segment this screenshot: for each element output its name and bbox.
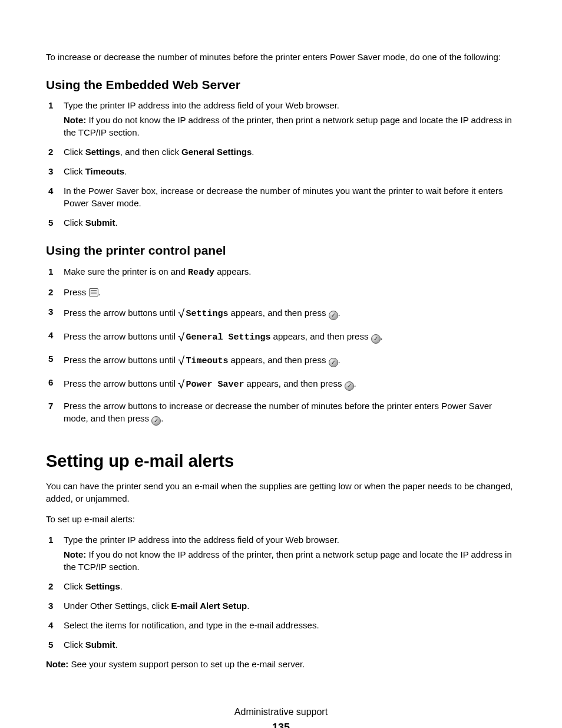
radical-icon: √	[178, 376, 184, 393]
note: Note: If you do not know the IP address …	[64, 114, 516, 139]
list-item: 4 In the Power Saver box, increase or de…	[48, 185, 516, 209]
step-number: 4	[48, 329, 53, 341]
list-item: 6 Press the arrow buttons until √ Power …	[48, 376, 516, 393]
bold-text: Settings	[85, 581, 120, 591]
note-text: See your system support person to set up…	[68, 659, 305, 669]
mono-text: General Settings	[186, 332, 270, 342]
menu-icon	[89, 288, 98, 297]
step-text: Make sure the printer is on and	[64, 266, 188, 276]
list-item: 3 Press the arrow buttons until √ Settin…	[48, 305, 516, 322]
step-text: .	[252, 147, 254, 157]
step-text: In the Power Saver box, increase or decr…	[64, 186, 503, 208]
list-section1: 1 Type the printer IP address into the a…	[48, 99, 516, 229]
ok-button-icon	[371, 334, 381, 344]
bold-text: Submit	[85, 218, 115, 228]
step-text: Type the printer IP address into the add…	[64, 100, 339, 110]
step-text: Press the arrow buttons to increase or d…	[64, 401, 492, 423]
page-footer: Administrative support 135	[46, 706, 516, 728]
step-text: .	[338, 308, 340, 318]
step-text: .	[354, 378, 356, 388]
page-number: 135	[46, 720, 516, 728]
step-number: 7	[48, 400, 53, 412]
step-text: Select the items for notification, and t…	[64, 620, 319, 630]
step-text: Press the arrow buttons until	[64, 355, 178, 365]
step-number: 5	[48, 353, 53, 365]
list-item: 3 Under Other Settings, click E-mail Ale…	[48, 599, 516, 612]
mono-text: Timeouts	[186, 356, 228, 366]
note-label: Note:	[46, 659, 68, 669]
radical-icon: √	[178, 305, 184, 322]
heading-control-panel: Using the printer control panel	[46, 242, 516, 259]
step-text: .	[124, 166, 127, 176]
step-number: 2	[48, 580, 53, 592]
step-text: Click	[64, 640, 85, 650]
ok-button-icon	[345, 381, 354, 391]
step-number: 5	[48, 638, 53, 651]
step-text: .	[247, 601, 249, 611]
step-text: Click	[64, 218, 85, 228]
step-text: Press the arrow buttons until	[64, 308, 178, 318]
step-text: .	[115, 218, 118, 228]
ok-button-icon	[329, 358, 338, 367]
step-number: 3	[48, 305, 53, 318]
note-text: If you do not know the IP address of the…	[64, 115, 512, 137]
step-number: 6	[48, 376, 53, 388]
step-text: Under Other Settings, click	[64, 601, 171, 611]
list-item: 5 Click Submit.	[48, 216, 516, 229]
step-number: 2	[48, 286, 53, 298]
note: Note: If you do not know the IP address …	[64, 548, 516, 573]
note-label: Note:	[64, 549, 86, 559]
list-item: 4 Select the items for notification, and…	[48, 619, 516, 631]
list-item: 1 Type the printer IP address into the a…	[48, 533, 516, 573]
intro-paragraph: To increase or decrease the number of mi…	[46, 51, 516, 63]
list-item: 2 Press .	[48, 286, 516, 298]
bold-text: General Settings	[181, 147, 252, 157]
list-item: 1 Make sure the printer is on and Ready …	[48, 265, 516, 279]
step-text: .	[98, 287, 101, 297]
note-text: If you do not know the IP address of the…	[64, 549, 512, 572]
step-text: Type the printer IP address into the add…	[64, 535, 339, 545]
section3-lead: To set up e-mail alerts:	[46, 513, 516, 525]
step-number: 3	[48, 165, 53, 177]
footer-title: Administrative support	[46, 706, 516, 719]
mono-text: Settings	[186, 309, 228, 319]
note-label: Note:	[64, 115, 86, 125]
step-text: appears, and then press	[244, 378, 344, 388]
radical-icon: √	[178, 329, 184, 345]
bold-text: Submit	[85, 640, 115, 650]
mono-text: Ready	[188, 268, 214, 278]
end-note: Note: See your system support person to …	[46, 658, 516, 670]
heading-embedded-web-server: Using the Embedded Web Server	[46, 76, 516, 93]
step-number: 4	[48, 185, 53, 197]
list-item: 5 Click Submit.	[48, 638, 516, 651]
step-text: appears, and then press	[228, 355, 328, 365]
mono-text: Power Saver	[186, 380, 244, 390]
step-number: 5	[48, 216, 53, 229]
step-text: .	[115, 640, 118, 650]
step-text: .	[338, 355, 340, 365]
list-item: 1 Type the printer IP address into the a…	[48, 99, 516, 139]
step-number: 1	[48, 265, 53, 278]
step-text: .	[381, 331, 383, 341]
step-text: appears.	[214, 266, 252, 276]
step-number: 1	[48, 533, 53, 546]
step-text: Click	[64, 147, 85, 157]
ok-button-icon	[151, 416, 161, 426]
bold-text: Timeouts	[85, 166, 124, 176]
bold-text: E-mail Alert Setup	[171, 601, 247, 611]
step-text: Press the arrow buttons until	[64, 378, 178, 388]
step-text: .	[120, 581, 123, 591]
step-text: .	[161, 413, 163, 423]
list-section2: 1 Make sure the printer is on and Ready …	[48, 265, 516, 426]
step-text: appears, and then press	[228, 308, 328, 318]
list-item: 3 Click Timeouts.	[48, 165, 516, 177]
step-text: appears, and then press	[270, 331, 371, 341]
list-item: 5 Press the arrow buttons until √ Timeou…	[48, 353, 516, 369]
list-item: 2 Click Settings, and then click General…	[48, 146, 516, 158]
bold-text: Settings	[85, 147, 120, 157]
step-number: 1	[48, 99, 53, 111]
step-number: 2	[48, 146, 53, 158]
radical-icon: √	[178, 353, 184, 369]
step-text: Click	[64, 166, 85, 176]
list-item: 7 Press the arrow buttons to increase or…	[48, 400, 516, 426]
